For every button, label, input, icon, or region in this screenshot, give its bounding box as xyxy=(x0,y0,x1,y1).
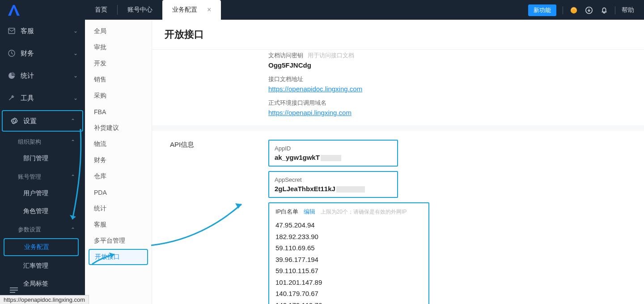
app-id-value: ak_ygw1gwkT xyxy=(275,154,320,161)
ip-whitelist-label: IP白名单 xyxy=(275,208,298,215)
bell-icon[interactable] xyxy=(600,6,609,15)
secondary-item[interactable]: 物流 xyxy=(85,136,152,152)
help-link[interactable]: 帮助 xyxy=(622,6,634,14)
secondary-item[interactable]: 统计 xyxy=(85,201,152,217)
primary-menu-label: 统计 xyxy=(21,72,34,80)
prod-domain-label: 正式环境接口调用域名 xyxy=(268,99,626,107)
tab-close-icon[interactable]: × xyxy=(207,6,211,14)
ip-entry: 47.95.204.94 xyxy=(275,219,422,231)
app-secret-box: AppSecret 2gLJeaThbxEt11kJ xyxy=(268,171,398,198)
submenu-item[interactable]: 角色管理 xyxy=(0,202,85,220)
app-secret-value: 2gLJeaThbxEt11kJ xyxy=(275,185,335,193)
app-id-box: AppID ak_ygw1gwkT xyxy=(268,140,398,167)
secondary-item[interactable]: 多平台管理 xyxy=(85,233,152,249)
doc-url-link[interactable]: https://openapidoc.lingxing.com xyxy=(268,85,362,93)
ip-entry: 182.92.233.90 xyxy=(275,231,422,243)
app-id-label: AppID xyxy=(275,145,392,152)
submenu-item[interactable]: 业务配置 xyxy=(4,238,79,256)
app-secret-label: AppSecret xyxy=(275,176,392,183)
primary-sidebar: 客服⌄财务⌄统计⌄工具⌄设置⌃组织架构⌃部门管理账号管理⌃用户管理角色管理参数设… xyxy=(0,0,85,304)
ip-entry: 59.110.115.67 xyxy=(275,265,422,277)
doc-key-label: 文档访问密钥 xyxy=(268,52,303,59)
secondary-item[interactable]: 全局 xyxy=(85,23,152,39)
primary-menu-label: 财务 xyxy=(21,49,34,58)
primary-menu-财务[interactable]: 财务⌄ xyxy=(0,42,85,64)
clock-icon xyxy=(7,50,16,57)
ip-entry: 39.96.177.194 xyxy=(275,254,422,265)
ip-whitelist-hint: 上限为20个；请确保是有效的外网IP xyxy=(321,209,407,215)
ip-entry: 101.201.147.89 xyxy=(275,277,422,288)
new-feature-button[interactable]: 新功能 xyxy=(528,4,556,16)
chevron-down-icon: ⌄ xyxy=(73,50,78,56)
ip-entry: 140.179.119.76 xyxy=(275,300,422,304)
primary-menu-客服[interactable]: 客服⌄ xyxy=(0,20,85,42)
top-tab-2[interactable]: 业务配置× xyxy=(162,0,221,20)
primary-menu-label: 工具 xyxy=(21,94,34,103)
primary-menu-label: 设置 xyxy=(23,117,37,125)
secondary-item[interactable]: 销售 xyxy=(85,72,152,88)
chevron-up-icon: ⌃ xyxy=(71,118,75,124)
download-icon[interactable] xyxy=(585,6,593,15)
submenu-item[interactable]: 用户管理 xyxy=(0,184,85,202)
sidebar-collapse-icon[interactable] xyxy=(9,287,19,295)
secondary-sidebar: 全局审批开发销售采购FBA补货建议物流财务仓库PDA统计客服多平台管理开放接口 xyxy=(85,20,152,304)
top-tab-0[interactable]: 首页 xyxy=(85,0,117,20)
primary-menu-设置[interactable]: 设置⌃ xyxy=(2,110,83,132)
gear-icon xyxy=(10,117,19,124)
secondary-item[interactable]: 审批 xyxy=(85,39,152,56)
ip-edit-link[interactable]: 编辑 xyxy=(304,208,315,215)
ip-entry: 140.179.70.67 xyxy=(275,288,422,300)
status-bar-url: https://openapidoc.lingxing.com xyxy=(0,295,89,304)
secondary-item[interactable]: 开放接口 xyxy=(89,249,148,265)
wrench-icon xyxy=(7,94,16,102)
primary-menu-工具[interactable]: 工具⌄ xyxy=(0,87,85,109)
secondary-item[interactable]: 补货建议 xyxy=(85,120,152,136)
secondary-item[interactable]: 客服 xyxy=(85,217,152,233)
top-bar: 首页账号中心业务配置× 新功能 帮助 xyxy=(85,0,644,20)
ip-whitelist-box: IP白名单 编辑 上限为20个；请确保是有效的外网IP 47.95.204.94… xyxy=(268,202,429,304)
page-title: 开放接口 xyxy=(165,28,631,41)
secondary-item[interactable]: PDA xyxy=(85,184,152,201)
submenu-head-params[interactable]: 参数设置⌃ xyxy=(0,220,85,237)
secondary-item[interactable]: 财务 xyxy=(85,152,152,168)
ip-list: 47.95.204.94182.92.233.9059.110.69.6539.… xyxy=(275,219,422,304)
app-logo[interactable] xyxy=(0,0,85,20)
app-id-masked xyxy=(321,155,341,161)
secondary-item[interactable]: FBA xyxy=(85,104,152,120)
submenu-head-account[interactable]: 账号管理⌃ xyxy=(0,167,85,184)
secondary-item[interactable]: 仓库 xyxy=(85,168,152,184)
secondary-item[interactable]: 开发 xyxy=(85,56,152,72)
api-section-label: API信息 xyxy=(170,140,268,304)
pie-icon xyxy=(7,72,16,79)
secondary-item[interactable]: 采购 xyxy=(85,88,152,104)
ip-entry: 59.110.69.65 xyxy=(275,242,422,254)
top-tab-1[interactable]: 账号中心 xyxy=(118,0,162,20)
submenu-head-org[interactable]: 组织架构⌃ xyxy=(0,133,85,150)
svg-rect-0 xyxy=(8,28,15,34)
submenu-item[interactable]: 汇率管理 xyxy=(0,257,85,275)
chevron-down-icon: ⌄ xyxy=(73,95,78,101)
page-header: 开放接口 xyxy=(152,20,644,50)
doc-url-label: 接口文档地址 xyxy=(268,75,626,83)
support-icon[interactable] xyxy=(569,6,578,15)
mail-icon xyxy=(7,28,16,34)
doc-key-value: Ogg5FJNCdg xyxy=(268,61,626,69)
chevron-down-icon: ⌄ xyxy=(73,28,78,34)
main-content: 开放接口 文档访问密钥 用于访问接口文档 Ogg5FJNCdg 接口文档地址 xyxy=(152,20,644,304)
submenu-item[interactable]: 部门管理 xyxy=(0,150,85,167)
primary-menu-统计[interactable]: 统计⌄ xyxy=(0,64,85,87)
app-secret-masked xyxy=(336,186,365,193)
primary-menu-label: 客服 xyxy=(21,27,34,35)
prod-domain-link[interactable]: https://openapi.lingxing.com xyxy=(268,109,352,116)
doc-key-hint: 用于访问接口文档 xyxy=(308,52,354,59)
chevron-down-icon: ⌄ xyxy=(73,73,78,79)
